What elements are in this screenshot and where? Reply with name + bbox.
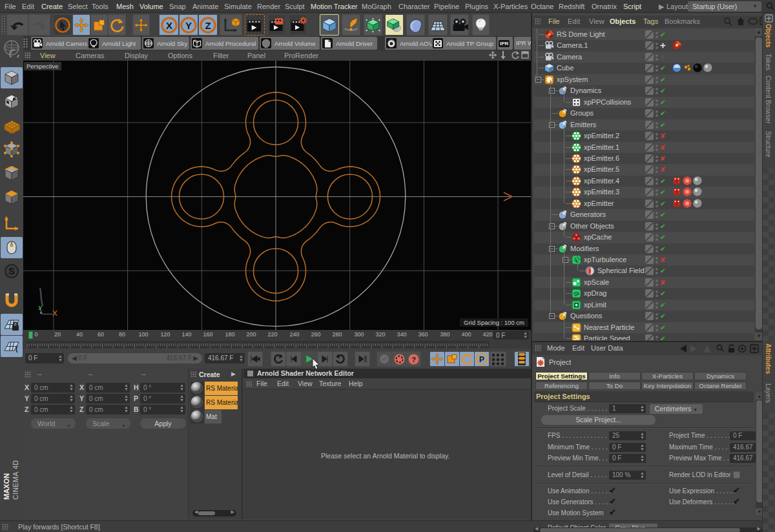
svg-text:P: P: [479, 355, 484, 364]
svg-text:S: S: [8, 266, 14, 276]
svg-text:Z: Z: [205, 19, 211, 30]
svg-text:X: X: [165, 19, 172, 30]
svg-text:?: ?: [411, 356, 416, 363]
svg-text:( ): ( ): [16, 345, 20, 353]
svg-text:Y: Y: [185, 19, 192, 30]
